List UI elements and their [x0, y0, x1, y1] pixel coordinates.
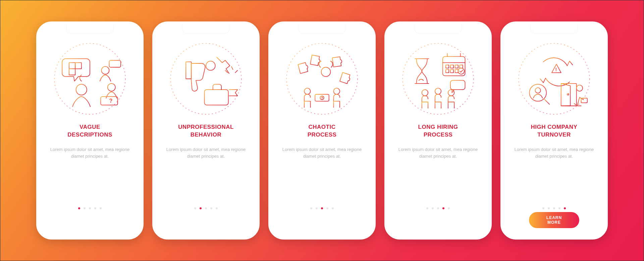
svg-rect-25 — [460, 65, 463, 68]
dot[interactable] — [542, 207, 544, 209]
onboarding-screen: LONG HIRING PROCESS Lorem ipsum dolor si… — [388, 25, 488, 236]
dot[interactable] — [94, 207, 96, 209]
phone-mockup: ! HIGH COMPANY TURNOVER Lorem ipsum dolo — [500, 21, 608, 240]
dot[interactable] — [210, 207, 212, 209]
svg-point-5 — [102, 66, 109, 74]
svg-rect-26 — [446, 69, 449, 72]
screen-body: Lorem ipsum dolor sit amet, mea regione … — [163, 146, 249, 160]
page-indicator — [272, 207, 372, 209]
dot[interactable] — [205, 207, 207, 209]
svg-point-18 — [304, 88, 310, 94]
svg-point-14 — [321, 67, 331, 77]
dot[interactable] — [216, 207, 218, 209]
onboarding-screen: ? VAGUE DESCRIPTIONS Lorem ipsum dolor s… — [40, 25, 140, 236]
dot[interactable] — [442, 207, 444, 209]
dot[interactable] — [89, 207, 91, 209]
svg-rect-30 — [450, 81, 465, 90]
dot[interactable] — [200, 207, 202, 209]
phone-notch — [415, 25, 462, 34]
dot[interactable] — [553, 207, 555, 209]
dot[interactable] — [432, 207, 434, 209]
svg-rect-7 — [109, 60, 121, 67]
dot[interactable] — [321, 207, 323, 209]
dot[interactable] — [78, 207, 80, 209]
svg-point-33 — [448, 90, 454, 96]
long-hiring-process-icon — [399, 40, 477, 117]
phone-mockup: LONG HIRING PROCESS Lorem ipsum dolor si… — [384, 21, 492, 240]
svg-rect-28 — [455, 69, 458, 72]
svg-rect-27 — [450, 69, 453, 72]
svg-point-40 — [577, 85, 583, 91]
onboarding-screen: ! HIGH COMPANY TURNOVER Lorem ipsum dolo — [504, 25, 604, 236]
dot[interactable] — [84, 207, 86, 209]
onboarding-screen: ? CHAOTIC PROCESS Lorem ipsum dolor sit … — [272, 25, 372, 236]
svg-point-36 — [529, 84, 546, 101]
dot[interactable] — [316, 207, 318, 209]
svg-point-37 — [535, 88, 541, 93]
page-indicator — [156, 207, 256, 209]
svg-point-32 — [435, 88, 441, 94]
svg-point-13 — [286, 43, 358, 114]
dot[interactable] — [332, 207, 334, 209]
screen-title: VAGUE DESCRIPTIONS — [67, 123, 112, 139]
dot[interactable] — [558, 207, 560, 209]
svg-rect-4 — [69, 69, 75, 75]
dot[interactable] — [426, 207, 428, 209]
svg-point-31 — [422, 90, 428, 96]
phone-mockup: ? VAGUE DESCRIPTIONS Lorem ipsum dolor s… — [36, 21, 144, 240]
svg-rect-22 — [446, 65, 449, 68]
svg-point-0 — [54, 43, 125, 114]
phone-mockup: UNPROFESSIONAL BEHAVIOR Lorem ipsum dolo… — [152, 21, 260, 240]
high-company-turnover-icon: ! — [516, 40, 593, 117]
page-indicator — [40, 207, 140, 209]
dot[interactable] — [548, 207, 550, 209]
phone-notch — [299, 25, 345, 34]
screen-title: CHAOTIC PROCESS — [308, 123, 337, 139]
learn-more-button[interactable]: LEARN MORE — [529, 212, 579, 228]
vague-descriptions-icon: ? — [51, 40, 128, 117]
svg-text:?: ? — [109, 98, 113, 104]
dot[interactable] — [448, 207, 450, 209]
screen-title: HIGH COMPANY TURNOVER — [531, 123, 578, 139]
phone-notch — [182, 25, 229, 34]
screen-title: UNPROFESSIONAL BEHAVIOR — [178, 123, 234, 139]
onboarding-screen: UNPROFESSIONAL BEHAVIOR Lorem ipsum dolo… — [156, 25, 256, 236]
onboarding-mockup-row: ? VAGUE DESCRIPTIONS Lorem ipsum dolor s… — [0, 0, 644, 261]
phone-mockup: ? CHAOTIC PROCESS Lorem ipsum dolor sit … — [268, 21, 376, 240]
svg-text:?: ? — [321, 96, 323, 100]
svg-rect-3 — [75, 63, 81, 69]
dot[interactable] — [194, 207, 196, 209]
dot[interactable] — [564, 207, 566, 209]
unprofessional-behavior-icon — [167, 40, 245, 117]
svg-rect-23 — [450, 65, 453, 68]
svg-point-6 — [108, 84, 115, 91]
svg-rect-24 — [455, 65, 458, 68]
svg-point-29 — [458, 68, 464, 74]
dot[interactable] — [310, 207, 312, 209]
screen-body: Lorem ipsum dolor sit amet, mea regione … — [395, 146, 481, 160]
svg-text:!: ! — [555, 67, 557, 72]
chaotic-process-icon: ? — [283, 40, 361, 117]
screen-body: Lorem ipsum dolor sit amet, mea regione … — [511, 146, 597, 160]
dot[interactable] — [100, 207, 102, 209]
screen-title: LONG HIRING PROCESS — [418, 123, 458, 139]
svg-point-19 — [334, 88, 340, 94]
page-indicator — [388, 207, 488, 209]
svg-point-11 — [206, 61, 215, 70]
svg-point-20 — [402, 43, 474, 114]
phone-notch — [66, 25, 113, 34]
svg-point-34 — [519, 43, 590, 114]
svg-point-39 — [567, 94, 569, 95]
dot[interactable] — [437, 207, 439, 209]
screen-body: Lorem ipsum dolor sit amet, mea regione … — [279, 146, 365, 160]
phone-notch — [531, 25, 578, 34]
svg-point-10 — [170, 43, 241, 114]
page-indicator — [504, 207, 604, 209]
svg-point-1 — [76, 84, 87, 95]
screen-body: Lorem ipsum dolor sit amet, mea regione … — [47, 146, 133, 160]
dot[interactable] — [326, 207, 328, 209]
svg-rect-2 — [69, 63, 75, 69]
